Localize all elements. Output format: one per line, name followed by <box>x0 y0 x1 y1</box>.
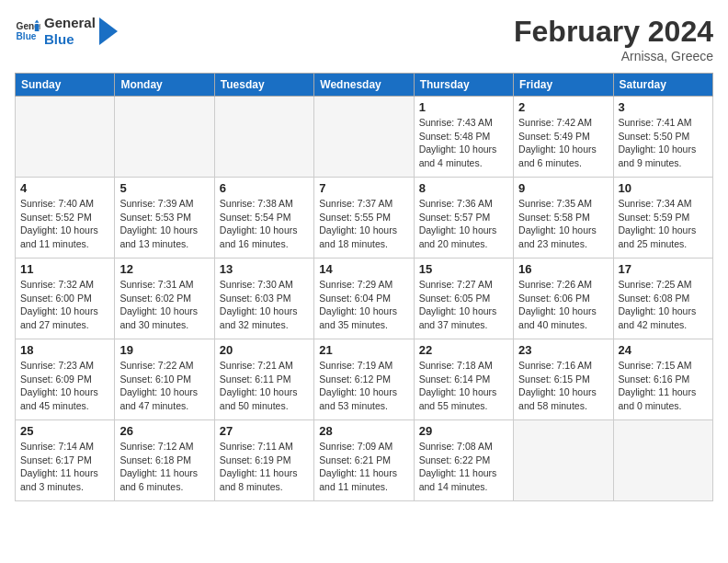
day-number: 10 <box>619 181 708 195</box>
day-info: Sunrise: 7:41 AM Sunset: 5:50 PM Dayligh… <box>619 116 708 170</box>
weekday-header-wednesday: Wednesday <box>314 74 414 97</box>
week-row-5: 25Sunrise: 7:14 AM Sunset: 6:17 PM Dayli… <box>16 420 713 501</box>
calendar-cell: 2Sunrise: 7:42 AM Sunset: 5:49 PM Daylig… <box>514 97 613 178</box>
day-number: 18 <box>20 343 109 357</box>
day-number: 13 <box>220 262 309 276</box>
calendar-cell: 5Sunrise: 7:39 AM Sunset: 5:53 PM Daylig… <box>115 178 214 259</box>
calendar-cell: 18Sunrise: 7:23 AM Sunset: 6:09 PM Dayli… <box>16 339 115 420</box>
calendar-cell: 29Sunrise: 7:08 AM Sunset: 6:22 PM Dayli… <box>414 420 513 501</box>
calendar-cell: 28Sunrise: 7:09 AM Sunset: 6:21 PM Dayli… <box>314 420 414 501</box>
day-number: 11 <box>20 262 109 276</box>
day-number: 8 <box>419 181 508 195</box>
calendar-cell: 24Sunrise: 7:15 AM Sunset: 6:16 PM Dayli… <box>613 339 712 420</box>
calendar-cell: 7Sunrise: 7:37 AM Sunset: 5:55 PM Daylig… <box>314 178 414 259</box>
day-number: 22 <box>419 343 508 357</box>
location: Arnissa, Greece <box>514 49 713 63</box>
day-number: 26 <box>119 424 209 438</box>
day-info: Sunrise: 7:16 AM Sunset: 6:15 PM Dayligh… <box>518 359 608 413</box>
day-info: Sunrise: 7:25 AM Sunset: 6:08 PM Dayligh… <box>619 278 708 332</box>
day-number: 2 <box>518 100 608 114</box>
day-number: 21 <box>319 343 408 357</box>
svg-marker-2 <box>35 24 40 31</box>
day-number: 4 <box>20 181 109 195</box>
day-info: Sunrise: 7:30 AM Sunset: 6:03 PM Dayligh… <box>220 278 309 332</box>
logo: General Blue General Blue <box>15 15 118 48</box>
week-row-3: 11Sunrise: 7:32 AM Sunset: 6:00 PM Dayli… <box>16 259 713 339</box>
calendar-cell: 15Sunrise: 7:27 AM Sunset: 6:05 PM Dayli… <box>414 259 513 339</box>
calendar-cell <box>514 420 613 501</box>
day-number: 28 <box>319 424 408 438</box>
calendar-cell: 13Sunrise: 7:30 AM Sunset: 6:03 PM Dayli… <box>214 259 313 339</box>
day-number: 20 <box>220 343 309 357</box>
day-number: 15 <box>419 262 508 276</box>
weekday-header-saturday: Saturday <box>613 74 712 97</box>
day-number: 25 <box>20 424 109 438</box>
calendar-cell: 20Sunrise: 7:21 AM Sunset: 6:11 PM Dayli… <box>214 339 313 420</box>
calendar-cell: 10Sunrise: 7:34 AM Sunset: 5:59 PM Dayli… <box>613 178 712 259</box>
day-info: Sunrise: 7:36 AM Sunset: 5:57 PM Dayligh… <box>419 197 508 251</box>
day-info: Sunrise: 7:26 AM Sunset: 6:06 PM Dayligh… <box>518 278 608 332</box>
week-row-1: 1Sunrise: 7:43 AM Sunset: 5:48 PM Daylig… <box>16 97 713 178</box>
calendar-cell <box>115 97 214 178</box>
day-info: Sunrise: 7:22 AM Sunset: 6:10 PM Dayligh… <box>119 359 209 413</box>
logo-arrow-icon <box>99 17 118 45</box>
day-info: Sunrise: 7:08 AM Sunset: 6:22 PM Dayligh… <box>419 440 508 494</box>
day-number: 19 <box>119 343 209 357</box>
page-header: General Blue General Blue February 2024 … <box>15 15 713 63</box>
svg-text:Blue: Blue <box>17 31 37 41</box>
day-number: 9 <box>518 181 608 195</box>
calendar-cell: 16Sunrise: 7:26 AM Sunset: 6:06 PM Dayli… <box>514 259 613 339</box>
day-number: 27 <box>220 424 309 438</box>
calendar-cell: 27Sunrise: 7:11 AM Sunset: 6:19 PM Dayli… <box>214 420 313 501</box>
day-info: Sunrise: 7:34 AM Sunset: 5:59 PM Dayligh… <box>619 197 708 251</box>
day-info: Sunrise: 7:39 AM Sunset: 5:53 PM Dayligh… <box>119 197 209 251</box>
day-info: Sunrise: 7:31 AM Sunset: 6:02 PM Dayligh… <box>119 278 209 332</box>
day-number: 23 <box>518 343 608 357</box>
day-info: Sunrise: 7:35 AM Sunset: 5:58 PM Dayligh… <box>518 197 608 251</box>
day-number: 5 <box>119 181 209 195</box>
day-info: Sunrise: 7:37 AM Sunset: 5:55 PM Dayligh… <box>319 197 408 251</box>
day-info: Sunrise: 7:19 AM Sunset: 6:12 PM Dayligh… <box>319 359 408 413</box>
day-number: 24 <box>619 343 708 357</box>
day-number: 29 <box>419 424 508 438</box>
calendar-cell <box>16 97 115 178</box>
day-number: 14 <box>319 262 408 276</box>
day-info: Sunrise: 7:27 AM Sunset: 6:05 PM Dayligh… <box>419 278 508 332</box>
day-number: 17 <box>619 262 708 276</box>
day-info: Sunrise: 7:40 AM Sunset: 5:52 PM Dayligh… <box>20 197 109 251</box>
calendar-cell: 6Sunrise: 7:38 AM Sunset: 5:54 PM Daylig… <box>214 178 313 259</box>
week-row-4: 18Sunrise: 7:23 AM Sunset: 6:09 PM Dayli… <box>16 339 713 420</box>
calendar-cell: 25Sunrise: 7:14 AM Sunset: 6:17 PM Dayli… <box>16 420 115 501</box>
day-info: Sunrise: 7:29 AM Sunset: 6:04 PM Dayligh… <box>319 278 408 332</box>
day-info: Sunrise: 7:11 AM Sunset: 6:19 PM Dayligh… <box>220 440 309 494</box>
week-row-2: 4Sunrise: 7:40 AM Sunset: 5:52 PM Daylig… <box>16 178 713 259</box>
svg-marker-4 <box>99 17 118 45</box>
calendar-cell: 12Sunrise: 7:31 AM Sunset: 6:02 PM Dayli… <box>115 259 214 339</box>
weekday-header-monday: Monday <box>115 74 214 97</box>
day-info: Sunrise: 7:32 AM Sunset: 6:00 PM Dayligh… <box>20 278 109 332</box>
calendar-cell: 26Sunrise: 7:12 AM Sunset: 6:18 PM Dayli… <box>115 420 214 501</box>
day-number: 6 <box>220 181 309 195</box>
calendar-table: SundayMondayTuesdayWednesdayThursdayFrid… <box>15 73 713 501</box>
day-info: Sunrise: 7:12 AM Sunset: 6:18 PM Dayligh… <box>119 440 209 494</box>
calendar-cell: 19Sunrise: 7:22 AM Sunset: 6:10 PM Dayli… <box>115 339 214 420</box>
day-info: Sunrise: 7:38 AM Sunset: 5:54 PM Dayligh… <box>220 197 309 251</box>
logo-icon: General Blue <box>15 18 40 44</box>
calendar-cell: 21Sunrise: 7:19 AM Sunset: 6:12 PM Dayli… <box>314 339 414 420</box>
logo-general: General <box>44 15 96 31</box>
weekday-header-sunday: Sunday <box>16 74 115 97</box>
calendar-cell: 11Sunrise: 7:32 AM Sunset: 6:00 PM Dayli… <box>16 259 115 339</box>
title-block: February 2024 Arnissa, Greece <box>514 15 713 63</box>
calendar-cell: 23Sunrise: 7:16 AM Sunset: 6:15 PM Dayli… <box>514 339 613 420</box>
weekday-header-thursday: Thursday <box>414 74 513 97</box>
calendar-cell <box>314 97 414 178</box>
calendar-cell: 14Sunrise: 7:29 AM Sunset: 6:04 PM Dayli… <box>314 259 414 339</box>
weekday-header-row: SundayMondayTuesdayWednesdayThursdayFrid… <box>16 74 713 97</box>
day-info: Sunrise: 7:14 AM Sunset: 6:17 PM Dayligh… <box>20 440 109 494</box>
calendar-cell: 3Sunrise: 7:41 AM Sunset: 5:50 PM Daylig… <box>613 97 712 178</box>
day-number: 3 <box>619 100 708 114</box>
day-info: Sunrise: 7:43 AM Sunset: 5:48 PM Dayligh… <box>419 116 508 170</box>
calendar-cell: 4Sunrise: 7:40 AM Sunset: 5:52 PM Daylig… <box>16 178 115 259</box>
calendar-cell: 17Sunrise: 7:25 AM Sunset: 6:08 PM Dayli… <box>613 259 712 339</box>
day-info: Sunrise: 7:21 AM Sunset: 6:11 PM Dayligh… <box>220 359 309 413</box>
